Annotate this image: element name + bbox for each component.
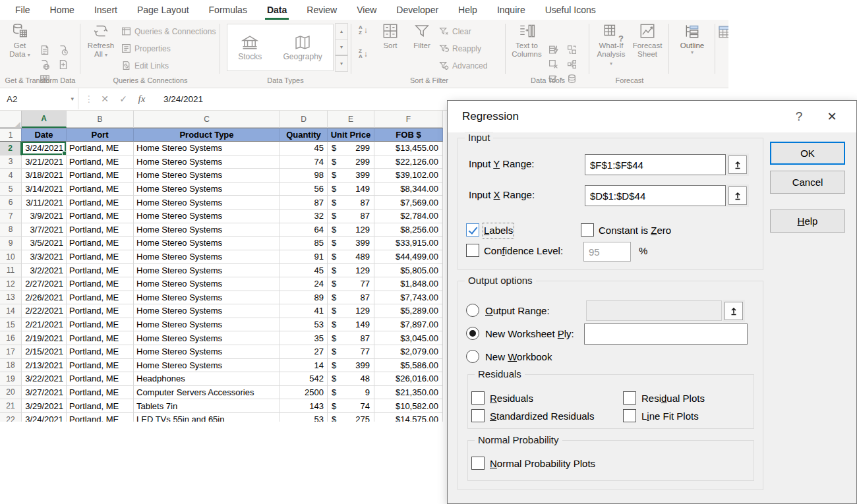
cell-unit-price[interactable]: $299 [328,155,374,169]
cell-unit-price[interactable]: $149 [328,182,374,196]
cell-product-type[interactable]: Home Stereo Systems [134,155,280,169]
input-x-range-picker-button[interactable] [728,186,747,205]
input-y-range-field[interactable]: $F$1:$F$44 [585,154,726,175]
cell-port[interactable]: Portland, ME [67,304,134,318]
row-number[interactable]: 11 [0,264,22,277]
cell-date[interactable]: 3/7/2021 [22,223,67,237]
ribbon-tab[interactable]: Insert [84,0,127,20]
cell-unit-price[interactable]: $489 [328,250,374,264]
outline-button[interactable]: Outline ▾ [675,22,709,55]
ribbon-tab[interactable]: Inquire [487,0,535,20]
cell-product-type[interactable]: Home Stereo Systems [134,250,280,264]
ribbon-tab[interactable]: File [5,0,40,20]
cell-quantity[interactable]: 87 [280,196,328,210]
cancel-button[interactable]: Cancel [770,171,845,194]
cell-product-type[interactable]: Home Stereo Systems [134,277,280,291]
cell-port[interactable]: Portland, ME [67,277,134,291]
cell-date[interactable]: 2/27/2021 [22,277,67,291]
cell-unit-price[interactable]: $129 [328,223,374,237]
constant-is-zero-label[interactable]: Constant is Zero [599,224,671,237]
column-header[interactable]: B [67,111,134,128]
cell-fob[interactable]: $5,805.00 [374,264,443,277]
output-range-radio[interactable] [466,304,479,317]
cell-fob[interactable]: $39,102.00 [374,169,443,182]
cell-date[interactable]: 3/14/2021 [22,182,67,196]
reapply-filter-button[interactable]: Reapply [439,43,481,53]
labels-checkbox-label[interactable]: Labels [484,224,513,237]
confidence-level-checkbox[interactable] [466,244,479,257]
relationships-icon[interactable] [567,59,577,69]
row-number[interactable]: 7 [0,210,22,223]
cell-port[interactable]: Portland, ME [67,169,134,182]
cell-date[interactable]: 3/27/2021 [22,386,67,400]
new-worksheet-ply-radio[interactable] [466,327,479,340]
ribbon-tab[interactable]: Data [257,0,297,20]
cell-fob[interactable]: $1,848.00 [374,277,443,291]
row-number[interactable]: 6 [0,196,22,210]
geography-button[interactable]: Geography [283,34,322,61]
column-header[interactable]: A [22,111,67,128]
row-number[interactable]: 19 [0,372,22,386]
standardized-residuals-checkbox[interactable] [471,409,485,422]
cell-product-type[interactable]: Home Stereo Systems [134,345,280,359]
cell-unit-price[interactable]: $399 [328,237,374,250]
cell-unit-price[interactable]: $77 [328,277,374,291]
row-number[interactable]: 5 [0,182,22,196]
cell-quantity[interactable]: 41 [280,304,328,318]
cell-product-type[interactable]: Home Stereo Systems [134,331,280,345]
gallery-down-button[interactable]: ▾ [335,39,348,55]
cell-product-type[interactable]: Home Stereo Systems [134,264,280,277]
cell-fob[interactable]: $21,350.00 [374,386,443,400]
cell-product-type[interactable]: Home Stereo Systems [134,291,280,305]
output-range-picker-button[interactable] [724,302,743,320]
residuals-label[interactable]: Residuals [490,392,533,405]
row-number[interactable]: 20 [0,386,22,400]
cell-product-type[interactable]: Home Stereo Systems [134,210,280,223]
cell-date[interactable]: 3/29/2021 [22,399,67,413]
sort-descending-button[interactable]: ZA ↓ [359,49,368,59]
cell-date[interactable]: 2/13/2021 [22,359,67,373]
cell-date[interactable]: 2/21/2021 [22,318,67,332]
input-x-range-field[interactable]: $D$1:$D$44 [585,185,726,206]
cell-quantity[interactable]: 53 [280,318,328,332]
cell-quantity[interactable]: 542 [280,372,328,386]
cell-port[interactable]: Portland, ME [67,210,134,223]
clear-filter-button[interactable]: Clear [439,26,471,36]
cell-product-type[interactable]: Home Stereo Systems [134,223,280,237]
cell-unit-price[interactable]: $48 [328,372,374,386]
ribbon-tab[interactable]: Developer [386,0,448,20]
cell-fob[interactable]: $7,897.00 [374,318,443,332]
cell-quantity[interactable]: 24 [280,277,328,291]
output-range-label[interactable]: Output Range: [485,304,550,318]
cell-unit-price[interactable]: $74 [328,399,374,413]
cell-unit-price[interactable]: $77 [328,345,374,359]
cell-unit-price[interactable]: $87 [328,196,374,210]
cell-product-type[interactable]: Home Stereo Systems [134,237,280,250]
from-web-icon[interactable] [40,59,50,70]
cell-fob[interactable]: $44,499.00 [374,250,443,264]
advanced-filter-button[interactable]: Advanced [439,61,487,70]
cell-date[interactable]: 3/24/2021 [22,413,67,422]
forecast-sheet-button[interactable]: Forecast Sheet [630,22,665,59]
cell-unit-price[interactable]: $9 [328,386,374,400]
row-number[interactable]: 15 [0,318,22,332]
normal-probability-plots-checkbox[interactable] [471,457,485,470]
cell-product-type[interactable]: Home Stereo Systems [134,142,280,155]
cell-port[interactable]: Portland, ME [67,142,134,155]
cell-quantity[interactable]: 85 [280,237,328,250]
cell-port[interactable]: Portland, ME [67,196,134,210]
new-worksheet-ply-label[interactable]: New Worksheet Ply: [485,327,574,341]
refresh-all-button[interactable]: Refresh All ▾ [86,22,116,59]
text-to-columns-button[interactable]: Text to Columns [510,22,543,59]
cell-date[interactable]: 3/3/2021 [22,250,67,264]
ribbon-tab[interactable]: Useful Icons [535,0,606,20]
row-number[interactable]: 2 [0,142,22,155]
row-number[interactable]: 12 [0,277,22,291]
cell-port[interactable]: Portland, ME [67,372,134,386]
cell-unit-price[interactable]: $399 [328,169,374,182]
row-number[interactable]: 8 [0,223,22,237]
close-icon[interactable]: ✕ [817,101,847,132]
insert-function-icon[interactable]: fx [133,88,150,109]
new-workbook-label[interactable]: New Workbook [485,350,552,364]
row-number[interactable]: 16 [0,331,22,345]
